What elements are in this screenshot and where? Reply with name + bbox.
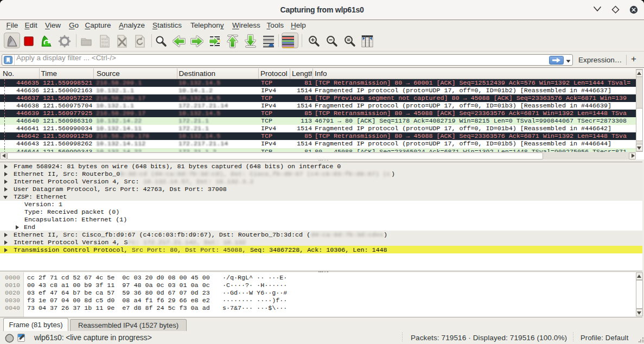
svg-text:0111: 0111 <box>101 44 108 48</box>
